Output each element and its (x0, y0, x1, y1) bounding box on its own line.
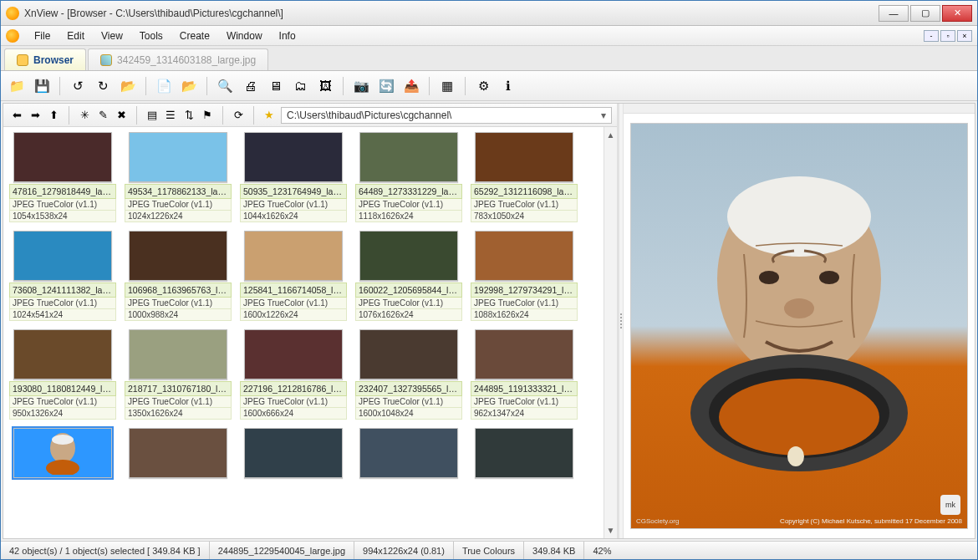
gear-icon[interactable]: ⚙ (472, 75, 494, 97)
menu-view[interactable]: View (93, 28, 131, 43)
address-dropdown-icon[interactable]: ▾ (601, 109, 606, 121)
thumbnail-image[interactable] (244, 231, 343, 281)
menu-create[interactable]: Create (171, 28, 218, 43)
tab-0[interactable]: Browser (4, 48, 86, 70)
up-icon[interactable]: ⬆ (45, 107, 62, 124)
sort-icon[interactable]: ⇅ (181, 107, 197, 124)
thumbnail-item[interactable]: 227196_1212816786_la...JPEG TrueColor (v… (239, 329, 348, 420)
menu-info[interactable]: Info (271, 28, 304, 43)
thumbnail-image[interactable] (359, 132, 458, 182)
filter-icon[interactable]: ⚑ (199, 107, 216, 124)
thumbnail-item[interactable]: 218717_1310767180_la...JPEG TrueColor (v… (124, 329, 232, 420)
minimize-button[interactable]: — (879, 5, 909, 22)
thumbnail-image[interactable] (244, 428, 343, 478)
vertical-scrollbar[interactable]: ▲ ▼ (604, 127, 617, 538)
thumbnail-item[interactable]: 65292_1312116098_largeJPEG TrueColor (v1… (470, 132, 578, 222)
list-view-icon[interactable]: ☰ (162, 107, 179, 124)
thumbnail-item[interactable]: 193080_1180812449_la...JPEG TrueColor (v… (8, 329, 117, 420)
maximize-button[interactable]: ▢ (910, 5, 940, 22)
thumbnail-item[interactable]: 47816_1279818449_largeJPEG TrueColor (v1… (8, 132, 117, 222)
thumbnail-item[interactable] (8, 428, 117, 480)
thumbnail-image[interactable] (475, 231, 573, 281)
thumbnail-dims: 1024x1226x24 (125, 211, 232, 222)
thumbnail-item[interactable]: 125841_1166714058_la...JPEG TrueColor (v… (239, 231, 348, 321)
thumbnail-item[interactable]: 73608_1241111382_largeJPEG TrueColor (v1… (8, 231, 117, 321)
new-item-icon[interactable]: ✳ (76, 107, 93, 124)
thumbnail-image[interactable] (13, 231, 112, 281)
menu-tools[interactable]: Tools (131, 28, 171, 43)
stack-icon[interactable]: 🗂 (289, 75, 311, 97)
binoculars-icon[interactable]: 🔍 (214, 75, 236, 97)
edit-icon[interactable]: ✎ (94, 107, 111, 124)
convert-icon[interactable]: 🔄 (375, 75, 397, 97)
thumbnail-image[interactable] (129, 132, 227, 182)
thumbnail-image[interactable] (13, 132, 112, 182)
scroll-up-icon[interactable]: ▲ (607, 130, 615, 140)
preview-image[interactable]: CGSociety.org mk Copyright (C) Michael K… (630, 123, 968, 529)
thumbnail-image[interactable] (359, 428, 458, 478)
thumb-view-icon[interactable]: ▤ (144, 107, 160, 124)
thumbnail-image[interactable] (475, 329, 573, 379)
scroll-down-icon[interactable]: ▼ (607, 526, 615, 535)
thumbnail-image[interactable] (129, 231, 227, 281)
thumbnail-image[interactable] (13, 329, 112, 379)
thumbnail-item[interactable]: 192998_1279734291_la...JPEG TrueColor (v… (470, 231, 578, 321)
info-icon[interactable]: ℹ (497, 75, 519, 97)
refresh-icon[interactable]: ⟳ (230, 107, 247, 124)
menu-file[interactable]: File (26, 28, 59, 43)
thumbnail-item[interactable] (470, 428, 578, 480)
refresh-ccw-icon[interactable]: ↺ (67, 75, 89, 97)
thumbnail-item[interactable]: 64489_1273331229_largeJPEG TrueColor (v1… (354, 132, 463, 222)
copy-icon[interactable]: 📄 (153, 75, 175, 97)
favorites-star-icon[interactable]: ★ (261, 107, 278, 124)
thumbnail-type: JPEG TrueColor (v1.1) (471, 396, 578, 408)
thumbnail-image[interactable] (129, 329, 227, 379)
print-icon[interactable]: 🖨 (239, 75, 261, 97)
mdi-minimize-button[interactable]: - (924, 30, 939, 42)
thumbnail-item[interactable]: 50935_1231764949_largeJPEG TrueColor (v1… (239, 132, 348, 222)
grid-icon[interactable]: ▦ (436, 75, 458, 97)
thumbnail-item[interactable] (354, 428, 463, 480)
disk-icon[interactable]: 💾 (31, 75, 53, 97)
thumbnail-item[interactable]: 160022_1205695844_la...JPEG TrueColor (v… (354, 231, 463, 321)
delete-icon[interactable]: ✖ (113, 107, 130, 124)
mdi-restore-button[interactable]: ▫ (940, 30, 955, 42)
monitor-icon[interactable]: 🖥 (264, 75, 286, 97)
folder-icon[interactable]: 📁 (6, 75, 28, 97)
thumbnail-image[interactable] (359, 329, 458, 379)
thumbnail-item[interactable]: 244895_1191333321_la...JPEG TrueColor (v… (470, 329, 578, 420)
browser-toolbar: ⬅➡⬆ ✳✎✖ ▤☰⇅⚑ ⟳ ★ C:\Users\thibaud\Pictur… (3, 104, 617, 127)
folder-new-icon[interactable]: 📂 (117, 75, 139, 97)
refresh-cw-icon[interactable]: ↻ (92, 75, 114, 97)
thumbnail-item[interactable] (239, 428, 348, 480)
address-bar[interactable]: C:\Users\thibaud\Pictures\cgchannel\ ▾ (281, 107, 612, 124)
thumbnail-image[interactable] (475, 428, 573, 478)
thumbnail-image[interactable] (244, 132, 343, 182)
folder-open-icon[interactable]: 📂 (178, 75, 200, 97)
thumbnail-item[interactable]: 106968_1163965763_la...JPEG TrueColor (v… (124, 231, 232, 321)
menu-edit[interactable]: Edit (59, 28, 93, 43)
tab-label: Browser (33, 54, 74, 66)
menu-window[interactable]: Window (218, 28, 271, 43)
tab-1[interactable]: 342459_1314603188_large.jpg (88, 48, 268, 70)
back-icon[interactable]: ⬅ (8, 107, 25, 124)
browser-pane: ⬅➡⬆ ✳✎✖ ▤☰⇅⚑ ⟳ ★ C:\Users\thibaud\Pictur… (3, 104, 619, 538)
thumbnail-item[interactable] (124, 428, 232, 480)
export-icon[interactable]: 📤 (400, 75, 422, 97)
preview-copyright: Copyright (C) Michael Kutsche, submitted… (780, 517, 962, 525)
close-button[interactable]: ✕ (942, 5, 972, 22)
images-icon[interactable]: 🖼 (314, 75, 336, 97)
thumbnail-item[interactable]: 49534_1178862133_largeJPEG TrueColor (v1… (124, 132, 232, 222)
thumbnail-image[interactable] (359, 231, 458, 281)
thumbnail-image[interactable] (244, 329, 343, 379)
thumbnail-image[interactable] (475, 132, 573, 182)
thumbnail-type: JPEG TrueColor (v1.1) (355, 298, 462, 309)
thumbnail-dims: 1600x1226x24 (240, 309, 347, 321)
thumbnail-item[interactable]: 232407_1327395565_la...JPEG TrueColor (v… (354, 329, 463, 420)
camera-icon[interactable]: 📷 (350, 75, 372, 97)
thumbnail-grid[interactable]: 47816_1279818449_largeJPEG TrueColor (v1… (3, 127, 604, 538)
forward-icon[interactable]: ➡ (27, 107, 43, 124)
thumbnail-image[interactable] (13, 428, 112, 478)
thumbnail-image[interactable] (129, 428, 227, 478)
mdi-close-button[interactable]: × (957, 30, 972, 42)
